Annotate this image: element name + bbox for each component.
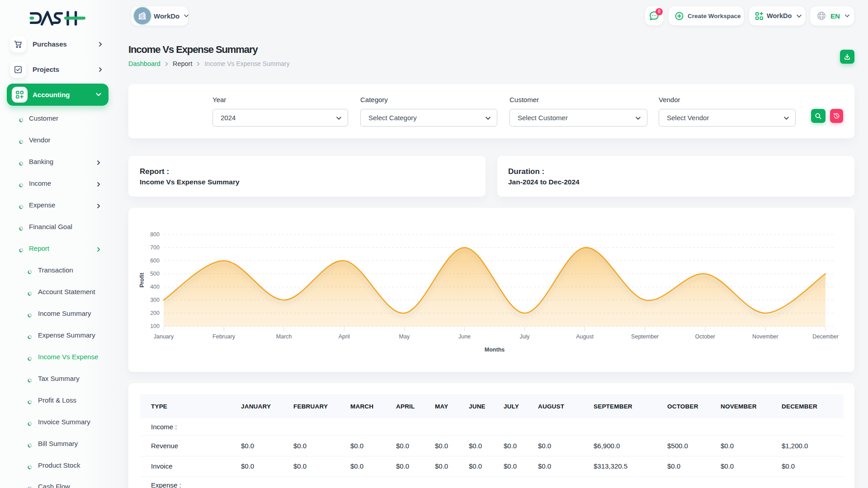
svg-text:200: 200 (150, 310, 160, 316)
svg-text:January: January (154, 333, 174, 340)
svg-text:October: October (695, 333, 715, 340)
svg-text:May: May (399, 333, 410, 340)
svg-text:November: November (752, 333, 778, 340)
svg-text:July: July (519, 333, 530, 340)
svg-text:Months: Months (485, 347, 505, 353)
svg-text:February: February (212, 333, 236, 340)
svg-text:April: April (339, 333, 350, 340)
svg-text:600: 600 (150, 258, 160, 264)
svg-text:800: 800 (150, 231, 160, 238)
svg-text:June: June (458, 333, 471, 340)
svg-text:Profit: Profit (139, 272, 145, 287)
svg-text:500: 500 (150, 271, 160, 277)
svg-text:August: August (576, 333, 594, 340)
svg-text:100: 100 (150, 323, 160, 329)
svg-text:300: 300 (150, 297, 160, 303)
svg-text:December: December (812, 333, 839, 340)
svg-text:March: March (276, 333, 292, 340)
svg-text:400: 400 (150, 284, 160, 290)
svg-text:700: 700 (150, 244, 160, 251)
svg-text:September: September (631, 333, 659, 340)
